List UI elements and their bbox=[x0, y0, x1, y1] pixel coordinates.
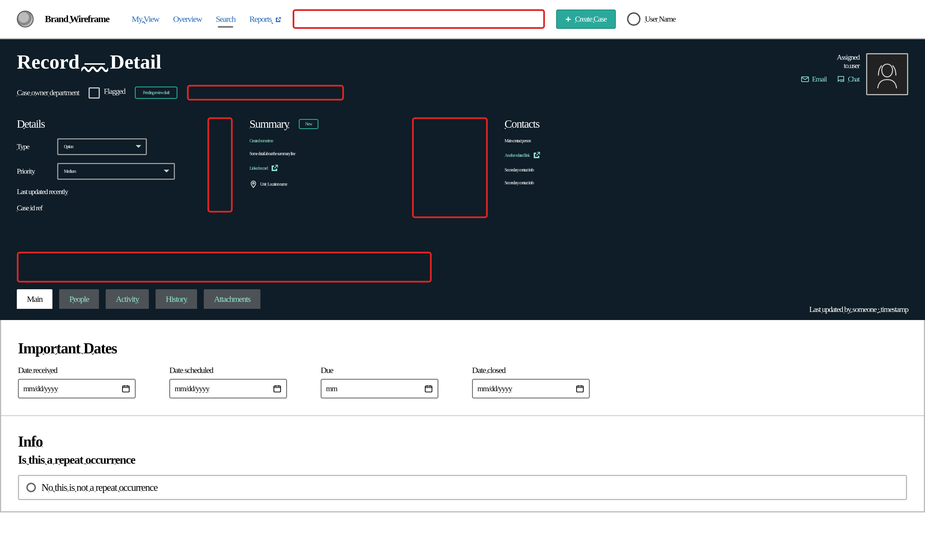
col3-link[interactable]: Another related link bbox=[505, 153, 529, 158]
person-outline-icon bbox=[870, 57, 904, 91]
tab-activity[interactable]: Activity bbox=[105, 289, 149, 309]
date-grid: Date received mm/dd/yyyy Date scheduled … bbox=[18, 365, 907, 398]
hero-status-row: Case owner department Flagged Pending re… bbox=[17, 85, 908, 101]
col2-heading: Summary bbox=[250, 117, 289, 131]
col2-location: Unit · Location name bbox=[260, 182, 287, 187]
tab-main[interactable]: Main bbox=[17, 289, 53, 309]
assignee-avatar[interactable] bbox=[866, 53, 908, 95]
nav-link-0[interactable]: My View bbox=[132, 14, 159, 24]
info-heading: Info bbox=[18, 433, 907, 450]
assigned-label-2: to user bbox=[801, 62, 859, 70]
field-priority-label: Priority bbox=[17, 167, 50, 176]
nav-link-3[interactable]: Reports bbox=[249, 14, 282, 24]
date-input-2[interactable]: mm bbox=[321, 379, 438, 398]
date-value-1: mm/dd/yyyy bbox=[175, 384, 209, 393]
checkbox-icon bbox=[89, 87, 100, 99]
field-priority-dropdown[interactable]: Medium bbox=[57, 163, 175, 180]
create-button[interactable]: + Create Case bbox=[556, 9, 616, 29]
chat-link[interactable]: Chat bbox=[837, 75, 859, 83]
red-placeholder-tall[interactable] bbox=[208, 117, 233, 213]
location-pin-icon bbox=[250, 180, 257, 188]
email-label: Email bbox=[812, 75, 827, 83]
calendar-icon bbox=[121, 384, 130, 393]
user-name: User Name bbox=[645, 15, 675, 24]
external-link-icon bbox=[275, 17, 282, 23]
assigned-card: Assigned to user Email Chat bbox=[801, 53, 908, 95]
col3-line1: Main contact person bbox=[505, 138, 650, 143]
external-link-icon bbox=[532, 151, 541, 160]
external-link-icon bbox=[270, 164, 279, 173]
brand-name: Brand Wireframe bbox=[45, 14, 109, 24]
nav-link-1[interactable]: Overview bbox=[173, 14, 202, 24]
hero-col-summary: Summary New Created sometime Some detail… bbox=[250, 117, 395, 188]
date-label-0: Date received bbox=[18, 365, 136, 375]
hero-red-field[interactable] bbox=[187, 85, 344, 101]
date-field-2: Due mm bbox=[321, 365, 438, 398]
info-subheading: Is this a repeat occurrence bbox=[18, 453, 907, 467]
date-input-0[interactable]: mm/dd/yyyy bbox=[18, 379, 136, 398]
col1-footer-1: Last updated recently bbox=[17, 188, 191, 196]
date-label-3: Date closed bbox=[472, 365, 590, 375]
section-divider bbox=[1, 415, 924, 416]
date-input-3[interactable]: mm/dd/yyyy bbox=[472, 379, 590, 398]
date-input-1[interactable]: mm/dd/yyyy bbox=[169, 379, 287, 398]
user-chip[interactable]: User Name bbox=[627, 12, 675, 26]
col1-footer-2: Case id ref bbox=[17, 204, 191, 212]
hero-footer-text: Last updated by someone · timestamp bbox=[809, 305, 908, 314]
date-field-0: Date received mm/dd/yyyy bbox=[18, 365, 136, 398]
page-title: Record — Detail bbox=[17, 50, 908, 74]
radio-label-1: No this is not a repeat occurrence bbox=[42, 482, 158, 493]
avatar-ring-icon bbox=[627, 12, 640, 26]
field-type-dropdown[interactable]: Option bbox=[57, 138, 147, 155]
main-content: Important Dates Date received mm/dd/yyyy… bbox=[0, 320, 925, 512]
dates-section-title: Important Dates bbox=[18, 340, 907, 357]
flag-control[interactable]: Flagged bbox=[89, 87, 125, 98]
flag-label: Flagged bbox=[104, 87, 125, 96]
calendar-icon bbox=[273, 384, 282, 393]
calendar-icon bbox=[424, 384, 433, 393]
global-search-input[interactable] bbox=[293, 9, 545, 29]
email-link[interactable]: Email bbox=[801, 75, 827, 83]
status-pill[interactable]: Pending review draft bbox=[135, 87, 178, 99]
col3-line2: Secondary contact info bbox=[505, 167, 650, 173]
record-hero: Record — Detail Case owner department Fl… bbox=[0, 39, 925, 320]
chat-icon bbox=[837, 75, 845, 83]
hero-col-details: Details Type Option Priority Medium Last… bbox=[17, 117, 191, 212]
date-label-2: Due bbox=[321, 365, 438, 375]
radio-option-1[interactable]: No this is not a repeat occurrence bbox=[18, 475, 907, 500]
col2-line2: Some detail about the summary line bbox=[250, 151, 395, 156]
col2-linked-record[interactable]: Linked record bbox=[250, 166, 267, 171]
col2-line1: Created sometime bbox=[250, 138, 395, 143]
mail-icon bbox=[801, 75, 809, 83]
col1-heading: Details bbox=[17, 117, 191, 131]
fingerprint-logo-icon bbox=[17, 11, 34, 27]
tab-people[interactable]: People bbox=[59, 289, 99, 309]
nav-links: My View Overview Search Reports bbox=[132, 14, 282, 24]
col2-chip[interactable]: New bbox=[299, 119, 318, 129]
top-nav: Brand Wireframe My View Overview Search … bbox=[0, 0, 925, 39]
hero-col-contacts: Contacts Main contact person Another rel… bbox=[505, 117, 650, 185]
create-button-label: Create Case bbox=[575, 15, 607, 24]
nav-link-3-label: Reports bbox=[249, 14, 271, 24]
assigned-label-1: Assigned bbox=[801, 53, 859, 62]
hero-subtitle: Case owner department bbox=[17, 88, 79, 97]
date-field-1: Date scheduled mm/dd/yyyy bbox=[169, 365, 287, 398]
date-field-3: Date closed mm/dd/yyyy bbox=[472, 365, 590, 398]
field-type-label: Type bbox=[17, 143, 50, 151]
hero-columns: Details Type Option Priority Medium Last… bbox=[17, 117, 908, 218]
chat-label: Chat bbox=[848, 75, 859, 83]
tab-history[interactable]: History bbox=[155, 289, 197, 309]
hero-red-bar[interactable] bbox=[17, 252, 432, 282]
date-value-3: mm/dd/yyyy bbox=[478, 384, 512, 393]
tab-attachments[interactable]: Attachments bbox=[204, 289, 261, 309]
date-value-0: mm/dd/yyyy bbox=[23, 384, 58, 393]
date-label-1: Date scheduled bbox=[169, 365, 287, 375]
nav-link-2[interactable]: Search bbox=[216, 14, 235, 24]
date-value-2: mm bbox=[326, 384, 337, 393]
col3-heading: Contacts bbox=[505, 117, 650, 131]
radio-icon bbox=[26, 483, 36, 492]
plus-icon: + bbox=[565, 14, 571, 25]
col3-line3: Secondary contact info bbox=[505, 180, 650, 185]
red-placeholder-big[interactable] bbox=[412, 117, 488, 218]
hero-tabs: Main People Activity History Attachments bbox=[17, 289, 908, 309]
